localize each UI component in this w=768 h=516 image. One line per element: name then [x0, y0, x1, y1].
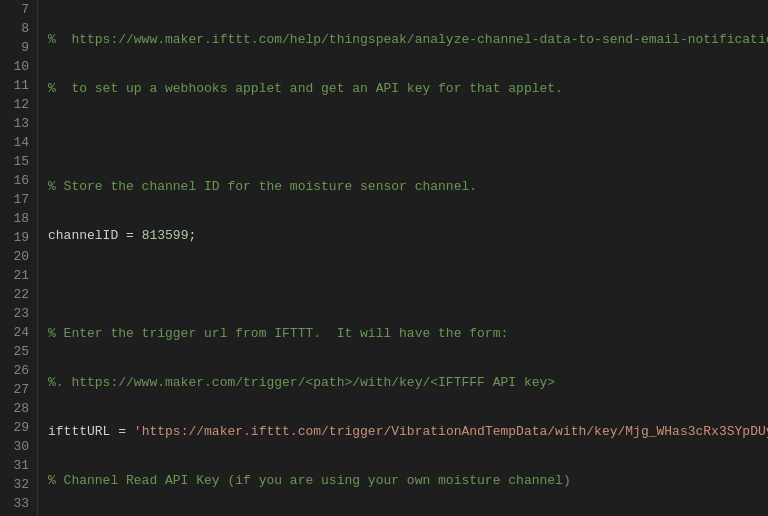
line-num-15: 15	[8, 152, 29, 171]
line-num-23: 23	[8, 304, 29, 323]
line-num-17: 17	[8, 190, 29, 209]
line-num-28: 28	[8, 399, 29, 418]
line-numbers: 7 8 9 10 11 12 13 14 15 16 17 18 19 20 2…	[0, 0, 38, 516]
code-lines[interactable]: % https://www.maker.ifttt.com/help/thing…	[38, 0, 768, 516]
line-num-31: 31	[8, 456, 29, 475]
line-num-11: 11	[8, 76, 29, 95]
line-num-18: 18	[8, 209, 29, 228]
code-line-7: % https://www.maker.ifttt.com/help/thing…	[48, 30, 768, 49]
line-num-14: 14	[8, 133, 29, 152]
code-line-16: % Channel Read API Key (if you are using…	[48, 471, 768, 490]
line-num-33: 33	[8, 494, 29, 513]
line-num-27: 27	[8, 380, 29, 399]
line-num-26: 26	[8, 361, 29, 380]
line-num-12: 12	[8, 95, 29, 114]
line-num-24: 24	[8, 323, 29, 342]
line-num-25: 25	[8, 342, 29, 361]
code-editor: 7 8 9 10 11 12 13 14 15 16 17 18 19 20 2…	[0, 0, 768, 516]
line-num-8: 8	[8, 19, 29, 38]
line-num-19: 19	[8, 228, 29, 247]
code-content: 7 8 9 10 11 12 13 14 15 16 17 18 19 20 2…	[0, 0, 768, 516]
line-num-13: 13	[8, 114, 29, 133]
code-line-13: % Enter the trigger url from IFTTT. It w…	[48, 324, 768, 343]
line-num-7: 7	[8, 0, 29, 19]
code-line-14: %. https://www.maker.com/trigger/<path>/…	[48, 373, 768, 392]
line-num-21: 21	[8, 266, 29, 285]
code-line-11: channelID = 813599;	[48, 226, 768, 245]
line-num-10: 10	[8, 57, 29, 76]
line-num-16: 16	[8, 171, 29, 190]
line-num-22: 22	[8, 285, 29, 304]
line-num-20: 20	[8, 247, 29, 266]
line-num-29: 29	[8, 418, 29, 437]
line-num-30: 30	[8, 437, 29, 456]
code-line-15: iftttURL = 'https://maker.ifttt.com/trig…	[48, 422, 768, 441]
line-num-32: 32	[8, 475, 29, 494]
code-line-12	[48, 275, 768, 294]
code-line-10: % Store the channel ID for the moisture …	[48, 177, 768, 196]
code-line-8: % to set up a webhooks applet and get an…	[48, 79, 768, 98]
code-line-9	[48, 128, 768, 147]
line-num-9: 9	[8, 38, 29, 57]
